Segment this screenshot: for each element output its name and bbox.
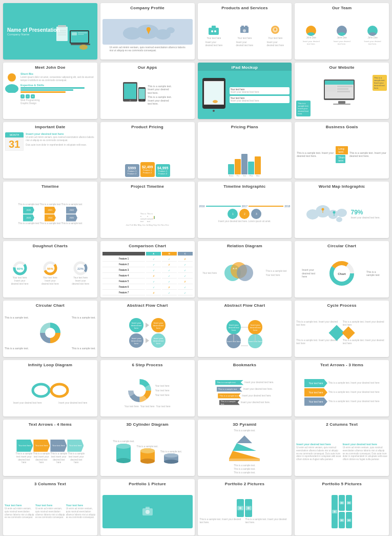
- devices-svg: [123, 80, 146, 110]
- card-3-title: Products and Services: [198, 3, 292, 11]
- card-19-title: Relation Diagram: [198, 241, 292, 249]
- svg-rect-53: [337, 91, 350, 92]
- card-2-title: Company Profile: [100, 3, 195, 11]
- skill-bar-1: [20, 87, 85, 89]
- card-3col: 3 Columns Text Your text here Ut enim ad…: [3, 479, 97, 535]
- svg-point-110: [239, 507, 242, 509]
- pie-6step-svg: [126, 376, 154, 405]
- card-bookmarks: Bookmarks This is a sample text. Insert …: [198, 360, 292, 416]
- card-16-title: World Map Infographic: [295, 182, 389, 190]
- donut-1: 60%: [13, 261, 27, 275]
- cylinder-2-svg: [140, 448, 155, 464]
- person-icon-1: [306, 26, 316, 36]
- card-12-title: Business Goals: [295, 122, 389, 130]
- company-name: Company Name: [7, 33, 29, 36]
- cylinder-3-svg: [163, 453, 179, 464]
- card-flow-1: Abstract Flow Chart Insert your desired …: [100, 301, 195, 357]
- svg-point-32: [370, 27, 375, 32]
- card-2col: 2 Columns Text Insert your desired text …: [295, 420, 389, 476]
- svg-point-100: [164, 460, 178, 464]
- svg-rect-23: [241, 26, 244, 28]
- donut-2: 55%: [43, 261, 57, 275]
- svg-point-60: [336, 217, 342, 222]
- card-33-title: 3 Columns Text: [3, 479, 97, 487]
- card-35-title: Portfolio 2 Pictures: [198, 479, 292, 487]
- card-25-title: Infinity Loop Diagram: [3, 360, 97, 368]
- card-pricing-plans: Pricing Plans Basic Pro Ent Plus: [198, 122, 292, 178]
- card-14-title: Project Timeline: [100, 182, 195, 190]
- svg-point-118: [348, 502, 349, 504]
- svg-point-61: [322, 208, 324, 210]
- card-13-title: Timeline: [3, 182, 97, 190]
- portfolio-5-img-1: [332, 495, 338, 528]
- card-15-title: Timeline Infographic: [198, 182, 292, 190]
- svg-point-107: [146, 510, 150, 514]
- svg-point-41: [141, 100, 142, 101]
- svg-text:55%: 55%: [47, 267, 54, 270]
- card-portfolio-5: Portfolio 5 Pictures: [295, 479, 389, 535]
- camera-icon-5: [339, 500, 344, 505]
- card-text-arrows-3: Text Arrows - 3 Items Your text here Thi…: [295, 360, 389, 416]
- portfolio-5-img-2: [339, 495, 345, 511]
- svg-point-101: [164, 453, 178, 458]
- card-products: Products and Services Your text here Ins…: [198, 3, 292, 59]
- svg-point-21: [214, 30, 216, 32]
- presentation-title: Name of Presentation: [7, 27, 60, 33]
- camera-icon-3: [245, 504, 252, 511]
- svg-point-35: [5, 84, 18, 93]
- card-apps: Our Apps This is a sample text.Insert yo…: [100, 63, 195, 119]
- svg-point-31: [338, 32, 346, 36]
- card-company-profile: Company Profile Ut enim ad minim veniam,…: [100, 3, 195, 59]
- card-10-title: Product Pricing: [100, 122, 195, 130]
- svg-rect-49: [325, 81, 354, 85]
- portfolio-5-img-4: [339, 512, 345, 528]
- card-8-title: Our Website: [295, 63, 389, 71]
- circular-chart-svg: Chart: [329, 261, 354, 286]
- svg-point-25: [243, 29, 246, 32]
- svg-point-116: [341, 502, 342, 504]
- svg-marker-105: [229, 459, 260, 461]
- card-ipad: iPad Mockup Your text hereInsert your de…: [198, 63, 292, 119]
- card-21-title: Circular Chart: [3, 301, 97, 309]
- card-20-title: Circular Chart: [295, 241, 389, 249]
- card-flow-2: Abstract Flow Chart Insert your desired …: [198, 301, 292, 357]
- card-website: Our Website This is a sample text. Inser…: [295, 63, 389, 119]
- map-svg: [102, 19, 193, 45]
- infinity-svg: [30, 380, 71, 401]
- world-map-svg: [303, 200, 349, 228]
- comparison-table: A B C Feature 1✓✓✗ Feature 2✓✗✓ Feature …: [101, 251, 194, 296]
- card-project-timeline: Project Timeline This is a sample text T…: [100, 182, 195, 238]
- card-17-title: Doughnut Charts: [3, 241, 97, 249]
- svg-point-38: [130, 100, 131, 102]
- slide-grid: Name of Presentation Company Name: [0, 0, 392, 536]
- card-circular: Circular Chart Insert your desired text …: [295, 241, 389, 297]
- card-goals: Business Goals This is a sample text. In…: [295, 122, 389, 178]
- card-world-map: World Map Infographic 79% Insert your de…: [295, 182, 389, 238]
- svg-rect-50: [326, 86, 336, 92]
- svg-point-92: [116, 458, 131, 463]
- card-22-title: Abstract Flow Chart: [100, 301, 195, 309]
- social-icon-2: t: [26, 94, 30, 98]
- skill-bar-3: [20, 91, 66, 93]
- monitor-svg: [323, 78, 361, 112]
- card-infinity: Infinity Loop Diagram Insert your desire…: [3, 360, 97, 416]
- svg-point-63: [333, 211, 336, 213]
- flow-arrows-svg: [224, 317, 265, 348]
- pyramid-svg: [226, 433, 262, 464]
- card-hero: Name of Presentation Company Name: [3, 3, 97, 59]
- svg-rect-19: [212, 26, 216, 29]
- svg-point-89: [133, 385, 146, 397]
- svg-rect-18: [209, 28, 219, 35]
- card-date: Important Date MONTH 31 Insert your desi…: [3, 122, 97, 178]
- svg-point-122: [348, 520, 349, 521]
- card-27-title: Bookmarks: [198, 360, 292, 368]
- svg-point-114: [334, 511, 336, 513]
- portfolio-5-img-5: [346, 512, 352, 528]
- card-cycle: Cycle Process This is a sample text. Ins…: [295, 301, 389, 357]
- svg-point-88: [51, 384, 68, 396]
- svg-point-28: [308, 27, 314, 32]
- svg-point-87: [33, 384, 49, 396]
- person-icon-3: [367, 26, 378, 36]
- svg-marker-104: [229, 451, 260, 459]
- svg-point-96: [140, 459, 155, 464]
